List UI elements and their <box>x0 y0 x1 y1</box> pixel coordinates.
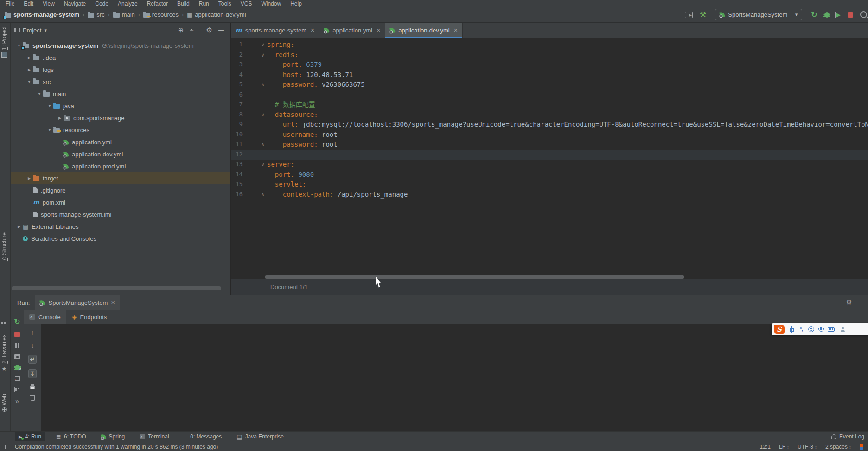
tree-row-java[interactable]: ▼java <box>11 100 230 112</box>
code-line-15[interactable]: 15 servlet: <box>231 180 868 190</box>
tree-row-gitignore[interactable]: .gitignore <box>11 184 230 196</box>
code-line-11[interactable]: 11∧ password: root <box>231 140 868 150</box>
tree-arrow-down-icon[interactable]: ▼ <box>36 92 43 96</box>
run-configuration-select[interactable]: SportsManageSystem <box>715 9 802 20</box>
editor-tab-application-dev-yml[interactable]: application-dev.yml <box>385 23 463 38</box>
locate-icon[interactable] <box>178 26 184 34</box>
close-icon[interactable] <box>311 26 314 34</box>
code-line-8[interactable]: 8∨ datasource: <box>231 110 868 120</box>
tree-row-pom-xml[interactable]: pom.xml <box>11 196 230 208</box>
code-line-6[interactable]: 6 <box>231 90 868 100</box>
project-panel-title[interactable]: Project <box>23 27 41 34</box>
debug-icon[interactable] <box>824 12 830 18</box>
fold-up-icon[interactable]: ∧ <box>243 140 267 150</box>
menu-view[interactable]: View <box>43 0 55 7</box>
status-message[interactable]: Compilation completed successfully with … <box>15 444 218 450</box>
menu-refactor[interactable]: Refactor <box>147 0 168 7</box>
menu-file[interactable]: File <box>6 0 14 7</box>
rerun-icon[interactable] <box>14 317 20 326</box>
close-icon[interactable] <box>454 26 458 34</box>
code-line-9[interactable]: 9 url: jdbc:mysql://localhost:3306/sport… <box>231 120 868 130</box>
tree-row-application-dev-yml[interactable]: application-dev.yml <box>11 148 230 160</box>
indent-widget[interactable]: 2 spaces↕ <box>825 444 851 450</box>
camera-icon[interactable] <box>14 354 20 359</box>
tree-arrow-right-icon[interactable]: ▶ <box>26 176 33 180</box>
gear-icon[interactable] <box>846 298 852 307</box>
breadcrumb-item-src[interactable]: src <box>88 11 104 18</box>
tree-arrow-right-icon[interactable]: ▶ <box>26 56 33 60</box>
toggle-soft-wrap[interactable] <box>28 355 37 364</box>
breadcrumb-item-main[interactable]: main <box>113 11 135 18</box>
toolwindow-button-todo[interactable]: 6: TODO <box>52 432 90 441</box>
gear-icon[interactable] <box>206 26 212 34</box>
toolwindow-button-java-enterprise[interactable]: Java Enterprise <box>233 432 287 441</box>
menu-window[interactable]: Window <box>261 0 281 7</box>
stop-icon[interactable] <box>14 332 20 337</box>
toggle-scroll-end[interactable] <box>28 369 37 378</box>
tree-arrow-down-icon[interactable]: ▼ <box>26 80 33 84</box>
stop-icon[interactable] <box>848 12 853 18</box>
tree-row-scratches-and-consoles[interactable]: Scratches and Consoles <box>11 232 230 245</box>
punct-icon[interactable] <box>800 326 803 333</box>
chinese-icon[interactable] <box>790 328 794 332</box>
tree-row-sports-manage-system-iml[interactable]: sports-manage-system.iml <box>11 208 230 220</box>
stripe-button-favorites[interactable]: 2: Favorites <box>1 335 7 372</box>
fold-down-icon[interactable]: ∨ <box>243 110 267 120</box>
project-horizontal-scrollbar[interactable] <box>12 286 221 290</box>
print-icon[interactable] <box>30 386 35 389</box>
toolwindow-button-spring[interactable]: Spring <box>97 432 129 441</box>
stripe-button-structure[interactable]: 7: Structure <box>1 232 7 261</box>
breadcrumb-item-resources[interactable]: resources <box>143 11 179 18</box>
toolwindow-button-terminal[interactable]: Terminal <box>136 432 172 441</box>
code-line-13[interactable]: 13∨server: <box>231 160 868 170</box>
code-line-1[interactable]: 1∨spring: <box>231 40 868 50</box>
breadcrumb-item-sports-manage-system[interactable]: sports-manage-system <box>5 11 79 18</box>
fold-down-icon[interactable]: ∨ <box>243 160 267 170</box>
collapse-icon[interactable] <box>190 26 193 34</box>
code-line-14[interactable]: 14 port: 9080 <box>231 170 868 180</box>
console-tab-console[interactable]: Console <box>24 310 66 324</box>
ime-toolbar[interactable]: S <box>772 323 868 335</box>
fold-down-icon[interactable]: ∨ <box>243 40 267 50</box>
build-hammer-icon[interactable] <box>700 10 706 19</box>
tree-row-main[interactable]: ▼main <box>11 88 230 100</box>
editor-tab-sports-manage-system[interactable]: sports-manage-system <box>231 23 319 38</box>
tree-arrow-down-icon[interactable]: ▼ <box>46 104 53 108</box>
close-icon[interactable] <box>111 299 115 306</box>
menu-tools[interactable]: Tools <box>218 0 231 7</box>
tree-arrow-down-icon[interactable]: ▼ <box>46 128 53 132</box>
line-separator-widget[interactable]: LF↕ <box>779 444 789 450</box>
ime-indicator-icon[interactable] <box>860 444 863 450</box>
code-line-12[interactable]: 12 <box>231 150 868 160</box>
encoding-widget[interactable]: UTF-8↕ <box>798 444 817 450</box>
close-icon[interactable] <box>377 26 380 34</box>
code-line-4[interactable]: 4 host: 120.48.53.71 <box>231 70 868 80</box>
menu-vcs[interactable]: VCS <box>241 0 252 7</box>
tree-arrow-right-icon[interactable]: ▶ <box>26 68 33 72</box>
fold-up-icon[interactable]: ∧ <box>243 190 267 200</box>
editor-tab-application-yml[interactable]: application.yml <box>319 23 385 38</box>
rerun-icon[interactable] <box>811 10 817 19</box>
code-line-3[interactable]: 3 port: 6379 <box>231 60 868 70</box>
menu-run[interactable]: Run <box>199 0 209 7</box>
hide-icon[interactable] <box>218 27 224 33</box>
code-line-16[interactable]: 16∧ context-path: /api/sports_manage <box>231 190 868 200</box>
fold-up-icon[interactable]: ∧ <box>243 80 267 90</box>
tree-row-src[interactable]: ▼src <box>11 76 230 88</box>
console-output-area[interactable] <box>41 324 868 431</box>
tree-row-resources[interactable]: ▼resources <box>11 124 230 136</box>
search-icon[interactable] <box>860 11 867 18</box>
tree-row-logs[interactable]: ▶logs <box>11 64 230 76</box>
menu-analyze[interactable]: Analyze <box>118 0 138 7</box>
coverage-icon[interactable] <box>836 12 841 18</box>
exit-icon[interactable] <box>15 376 20 381</box>
sogou-logo[interactable]: S <box>774 325 785 334</box>
tree-row-target[interactable]: ▶target <box>11 172 230 184</box>
show-window-icon[interactable] <box>685 12 693 18</box>
toolwindow-toggle-icon[interactable] <box>5 445 10 449</box>
emoji-icon[interactable] <box>808 326 814 332</box>
menu-build[interactable]: Build <box>177 0 190 7</box>
fold-down-icon[interactable]: ∨ <box>243 50 267 60</box>
tree-row-application-yml[interactable]: application.yml <box>11 136 230 148</box>
code-line-5[interactable]: 5∧ password: v2630663675 <box>231 80 868 90</box>
